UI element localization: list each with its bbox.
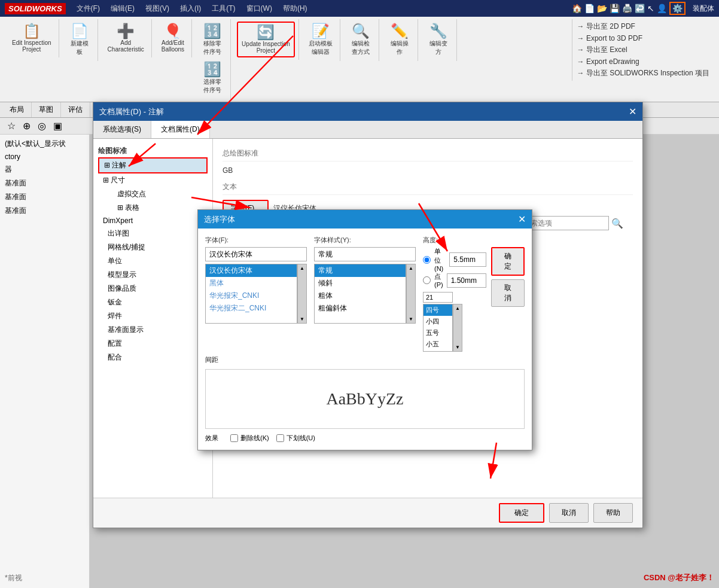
tree-item-dimxpert[interactable]: DimXpert — [98, 215, 208, 227]
unit-value-input[interactable] — [449, 252, 486, 267]
menu-window[interactable]: 窗口(W) — [242, 2, 277, 15]
toolbar-home-icon[interactable]: 🏠 — [572, 4, 582, 13]
ribbon-edit-variant[interactable]: 🔧 编辑变方 — [424, 22, 453, 59]
tab-evaluate[interactable]: 评估 — [61, 102, 90, 117]
tree-item-detail[interactable]: 出详图 — [98, 227, 208, 240]
tb-target-icon[interactable]: ⊕ — [20, 119, 33, 133]
ribbon-update-inspection[interactable]: 🔄 Update InspectionProject — [237, 22, 295, 57]
size-item-3[interactable]: 五号 — [424, 327, 452, 339]
ribbon-launch-template[interactable]: 📝 启动模板编辑器 — [305, 22, 336, 59]
style-list-item-3[interactable]: 粗偏斜体 — [315, 302, 406, 315]
menu-help[interactable]: 帮助(H) — [278, 2, 312, 15]
font-list-item-3[interactable]: 华光报宋二_CNKI — [206, 302, 297, 315]
sidebar-item-plane3[interactable]: 基准面 — [0, 204, 89, 218]
strikethrough-checkbox[interactable] — [230, 434, 238, 442]
toolbar-save-icon[interactable]: 💾 — [610, 4, 620, 13]
tree-item-mate[interactable]: 配合 — [98, 351, 208, 364]
ribbon-select-parts[interactable]: 🔢 选择零件序号 — [198, 60, 227, 97]
toolbar-user-icon[interactable]: 👤 — [657, 4, 667, 13]
font-cancel-btn[interactable]: 取消 — [491, 279, 525, 307]
size-item-2[interactable]: 小四 — [424, 316, 452, 327]
tb-square-icon[interactable]: ▣ — [51, 119, 65, 133]
size-listbox[interactable]: 四号 小四 五号 小五 — [423, 304, 453, 352]
tb-circle-icon[interactable]: ◎ — [35, 119, 48, 133]
toolbar-open-icon[interactable]: 📂 — [597, 4, 607, 13]
toolbar-cursor-icon[interactable]: ↖ — [647, 4, 654, 13]
tree-item-weldment[interactable]: 焊件 — [98, 309, 208, 323]
tab-sketch[interactable]: 草图 — [32, 102, 61, 117]
toolbar-new-icon[interactable]: 📄 — [584, 4, 595, 13]
dialog-help-btn[interactable]: 帮助 — [593, 503, 633, 523]
sidebar-item-plane2[interactable]: 基准面 — [0, 190, 89, 204]
underline-checkbox[interactable] — [276, 434, 284, 442]
tree-item-model-display[interactable]: 模型显示 — [98, 268, 208, 282]
font-name-input[interactable] — [205, 247, 307, 261]
menu-view[interactable]: 视图(V) — [141, 2, 174, 15]
export-2dpdf[interactable]: → 导出至 2D PDF — [577, 22, 709, 32]
style-list-item-1[interactable]: 倾斜 — [315, 277, 406, 290]
ribbon-group-update: 🔄 Update InspectionProject — [233, 19, 299, 60]
size-item-4[interactable]: 小五 — [424, 339, 452, 350]
sidebar-item-plane1[interactable]: 基准面 — [0, 176, 89, 190]
tree-item-table[interactable]: ⊞ 表格 — [98, 201, 208, 215]
sidebar-item-ctory[interactable]: ctory — [0, 151, 89, 163]
style-list-item-0[interactable]: 常规 — [315, 264, 406, 277]
font-ok-btn[interactable]: 确定 — [491, 247, 525, 276]
ribbon-edit-ops[interactable]: ✏️ 编辑操作 — [385, 22, 414, 59]
style-listbox[interactable]: 常规 倾斜 粗体 粗偏斜体 — [314, 264, 406, 324]
tb-star-icon[interactable]: ☆ — [5, 119, 18, 133]
size-input-display[interactable]: 21 — [423, 292, 453, 303]
menu-tools[interactable]: 工具(T) — [207, 2, 240, 15]
size-item-1[interactable]: 四号 — [424, 304, 452, 316]
tree-item-config[interactable]: 配置 — [98, 337, 208, 351]
sidebar-item-default[interactable]: (默认<默认_显示状 — [0, 137, 89, 151]
dialog-tab-doc[interactable]: 文档属性(D) — [151, 121, 210, 138]
font-dialog-close-btn[interactable]: ✕ — [518, 214, 526, 225]
tree-item-plane-display[interactable]: 基准面显示 — [98, 323, 208, 337]
ribbon-remove-parts[interactable]: 🔢 移除零件序号 — [198, 22, 227, 59]
unit-radio[interactable] — [423, 256, 431, 264]
tree-item-image-quality[interactable]: 图像品质 — [98, 282, 208, 295]
ribbon-edit-inspection2[interactable]: 🔍 编辑检查方式 — [346, 22, 375, 59]
tab-layout[interactable]: 布局 — [2, 102, 32, 117]
font-list-item-1[interactable]: 黑体 — [206, 277, 297, 290]
point-value-input[interactable] — [447, 273, 486, 288]
tree-item-virtual[interactable]: 虚拟交点 — [98, 187, 208, 201]
export-edrawing[interactable]: → Export eDrawing — [577, 57, 709, 66]
font-scrollbar[interactable]: ▲ ▼ — [297, 264, 307, 324]
sidebar-item-device[interactable]: 器 — [0, 163, 89, 176]
menu-insert[interactable]: 插入(I) — [175, 2, 206, 15]
font-list-item-2[interactable]: 华光报宋_CNKI — [206, 290, 297, 302]
export-solidworks[interactable]: → 导出至 SOLIDWORKS Inspection 项目 — [577, 68, 709, 78]
size-scrollbar[interactable]: ▲ ▼ — [453, 304, 462, 352]
toolbar-gear-icon[interactable]: ⚙️ — [669, 2, 686, 15]
tree-item-grid[interactable]: 网格线/捕捉 — [98, 240, 208, 254]
dialog-search-icon[interactable]: 🔍 — [611, 218, 623, 229]
edit-ops-icon: ✏️ — [391, 24, 409, 38]
toolbar-undo-icon[interactable]: ↩️ — [635, 4, 645, 13]
dialog-close-btn[interactable]: ✕ — [629, 106, 636, 117]
tree-item-dimension[interactable]: ⊞ 尺寸 — [98, 173, 208, 187]
style-scrollbar[interactable]: ▲ ▼ — [406, 264, 416, 324]
dialog-cancel-btn[interactable]: 取消 — [549, 503, 589, 523]
export-3dpdf[interactable]: → Export to 3D PDF — [577, 34, 709, 42]
tree-item-sheet-metal[interactable]: 钣金 — [98, 295, 208, 309]
style-list-item-2[interactable]: 粗体 — [315, 290, 406, 302]
ribbon-add-characteristic[interactable]: ➕ AddCharacteristic — [104, 22, 148, 55]
dialog-search-input[interactable] — [519, 216, 609, 230]
menu-edit[interactable]: 编辑(E) — [106, 2, 139, 15]
ribbon-edit-inspection[interactable]: 📋 Edit InspectionProject — [8, 22, 55, 55]
ribbon-new-template[interactable]: 📄 新建模板 — [65, 22, 94, 59]
ribbon-add-balloons[interactable]: 🎈 Add/EditBalloons — [158, 22, 188, 55]
tree-item-annotation[interactable]: ⊞ 注解 — [98, 157, 208, 173]
font-style-input[interactable] — [314, 247, 416, 261]
toolbar-print-icon[interactable]: 🖨️ — [622, 4, 632, 13]
dialog-tab-system[interactable]: 系统选项(S) — [93, 121, 151, 138]
menu-file[interactable]: 文件(F) — [72, 2, 105, 15]
export-excel[interactable]: → 导出至 Excel — [577, 45, 709, 55]
dialog-ok-btn[interactable]: 确定 — [499, 503, 544, 523]
point-radio[interactable] — [423, 276, 431, 284]
font-list-item-0[interactable]: 汉仪长仿宋体 — [206, 264, 297, 277]
font-listbox[interactable]: 汉仪长仿宋体 黑体 华光报宋_CNKI 华光报宋二_CNKI — [205, 264, 297, 324]
tree-item-units[interactable]: 单位 — [98, 254, 208, 268]
